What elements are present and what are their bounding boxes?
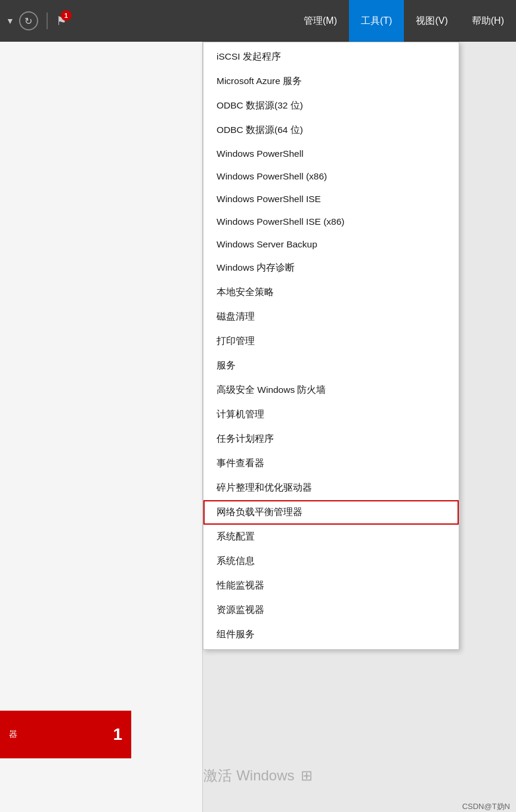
menu-item-8[interactable]: Windows Server Backup xyxy=(203,233,459,256)
menu-item-7[interactable]: Windows PowerShell ISE (x86) xyxy=(203,210,459,233)
tools-dropdown-menu: iSCSI 发起程序Microsoft Azure 服务ODBC 数据源(32 … xyxy=(203,42,459,650)
menu-item-14[interactable]: 高级安全 Windows 防火墙 xyxy=(203,378,459,402)
notification-badge[interactable]: ⚑ 1 xyxy=(56,14,67,28)
refresh-icon[interactable]: ↻ xyxy=(19,11,38,30)
menu-item-5[interactable]: Windows PowerShell (x86) xyxy=(203,165,459,188)
menu-item-20[interactable]: 系统配置 xyxy=(203,525,459,549)
menu-item-9[interactable]: Windows 内存诊断 xyxy=(203,256,459,280)
menu-item-23[interactable]: 资源监视器 xyxy=(203,598,459,622)
menu-item-10[interactable]: 本地安全策略 xyxy=(203,280,459,305)
menu-item-16[interactable]: 任务计划程序 xyxy=(203,427,459,451)
menu-item-11[interactable]: 磁盘清理 xyxy=(203,305,459,329)
bottom-bar-label: 器 xyxy=(9,729,17,740)
activate-text: 激活 Windows xyxy=(203,766,294,785)
windows-logo-watermark: ⊞ xyxy=(301,767,313,784)
menu-item-view[interactable]: 视图(V) xyxy=(404,0,459,42)
bottom-bar-number: 1 xyxy=(113,725,122,744)
menu-item-0[interactable]: iSCSI 发起程序 xyxy=(203,45,459,69)
menu-item-help[interactable]: 帮助(H) xyxy=(460,0,516,42)
bottom-red-bar: 器 1 xyxy=(0,711,131,758)
menu-item-3[interactable]: ODBC 数据源(64 位) xyxy=(203,118,459,142)
menu-item-tools[interactable]: 工具(T) xyxy=(349,0,404,42)
menu-item-2[interactable]: ODBC 数据源(32 位) xyxy=(203,94,459,118)
menu-item-manage[interactable]: 管理(M) xyxy=(292,0,349,42)
menu-item-13[interactable]: 服务 xyxy=(203,354,459,378)
toolbar-separator xyxy=(47,13,48,29)
csdn-label: CSDN@T妫N xyxy=(462,801,510,812)
menu-item-15[interactable]: 计算机管理 xyxy=(203,402,459,427)
badge-count: 1 xyxy=(61,10,72,21)
menu-item-1[interactable]: Microsoft Azure 服务 xyxy=(203,69,459,94)
menu-bar: 管理(M) 工具(T) 视图(V) 帮助(H) xyxy=(292,0,516,42)
menu-item-21[interactable]: 系统信息 xyxy=(203,549,459,574)
tools-menu-list: iSCSI 发起程序Microsoft Azure 服务ODBC 数据源(32 … xyxy=(203,42,459,649)
menu-item-19[interactable]: 网络负载平衡管理器 xyxy=(203,500,459,525)
menu-item-18[interactable]: 碎片整理和优化驱动器 xyxy=(203,476,459,500)
toolbar-left: ▼ ↻ ⚑ 1 xyxy=(6,11,67,30)
menu-item-17[interactable]: 事件查看器 xyxy=(203,451,459,476)
menu-item-4[interactable]: Windows PowerShell xyxy=(203,142,459,165)
left-sidebar xyxy=(0,42,203,812)
menu-item-12[interactable]: 打印管理 xyxy=(203,329,459,354)
activate-watermark: 激活 Windows ⊞ xyxy=(203,766,312,785)
dropdown-arrow-icon[interactable]: ▼ xyxy=(6,16,14,26)
menu-item-22[interactable]: 性能监视器 xyxy=(203,574,459,598)
menu-item-6[interactable]: Windows PowerShell ISE xyxy=(203,188,459,210)
menu-item-24[interactable]: 组件服务 xyxy=(203,622,459,647)
